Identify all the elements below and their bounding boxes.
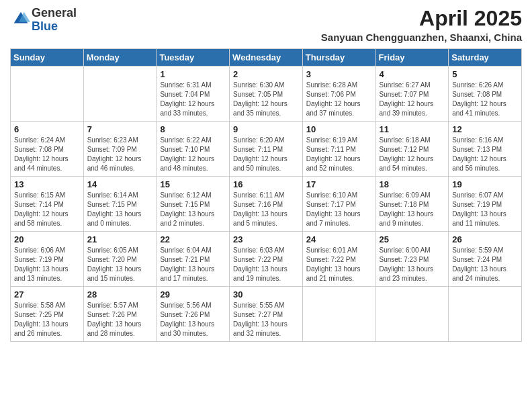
day-info: Sunrise: 6:11 AM Sunset: 7:16 PM Dayligh… xyxy=(233,191,299,228)
logo-blue-text: Blue xyxy=(32,19,58,33)
header: General Blue April 2025 Sanyuan Chenggua… xyxy=(10,7,522,43)
table-row: 15Sunrise: 6:12 AM Sunset: 7:15 PM Dayli… xyxy=(157,177,230,232)
table-row xyxy=(449,287,522,342)
table-row: 10Sunrise: 6:19 AM Sunset: 7:11 PM Dayli… xyxy=(302,122,375,177)
day-number: 24 xyxy=(306,234,372,244)
table-row: 23Sunrise: 6:03 AM Sunset: 7:22 PM Dayli… xyxy=(230,232,303,287)
day-info: Sunrise: 6:14 AM Sunset: 7:15 PM Dayligh… xyxy=(87,191,153,228)
day-info: Sunrise: 6:09 AM Sunset: 7:18 PM Dayligh… xyxy=(380,191,445,228)
table-row: 6Sunrise: 6:24 AM Sunset: 7:08 PM Daylig… xyxy=(11,122,84,177)
table-row: 28Sunrise: 5:57 AM Sunset: 7:26 PM Dayli… xyxy=(83,287,157,342)
day-info: Sunrise: 6:07 AM Sunset: 7:19 PM Dayligh… xyxy=(452,191,518,228)
day-number: 14 xyxy=(87,179,153,189)
table-row: 21Sunrise: 6:05 AM Sunset: 7:20 PM Dayli… xyxy=(83,232,157,287)
table-row: 8Sunrise: 6:22 AM Sunset: 7:10 PM Daylig… xyxy=(157,122,230,177)
day-info: Sunrise: 5:57 AM Sunset: 7:26 PM Dayligh… xyxy=(87,301,153,338)
day-info: Sunrise: 5:56 AM Sunset: 7:26 PM Dayligh… xyxy=(160,301,226,338)
table-row xyxy=(375,287,449,342)
day-info: Sunrise: 6:18 AM Sunset: 7:12 PM Dayligh… xyxy=(380,136,445,173)
day-number: 5 xyxy=(452,69,518,79)
col-thursday: Thursday xyxy=(302,49,375,66)
day-info: Sunrise: 6:16 AM Sunset: 7:13 PM Dayligh… xyxy=(452,136,518,173)
day-info: Sunrise: 6:06 AM Sunset: 7:19 PM Dayligh… xyxy=(14,246,80,283)
day-number: 28 xyxy=(87,289,153,300)
table-row: 18Sunrise: 6:09 AM Sunset: 7:18 PM Dayli… xyxy=(375,177,449,232)
day-number: 21 xyxy=(87,234,153,244)
col-wednesday: Wednesday xyxy=(230,49,303,66)
table-row: 25Sunrise: 6:00 AM Sunset: 7:23 PM Dayli… xyxy=(375,232,449,287)
table-row: 17Sunrise: 6:10 AM Sunset: 7:17 PM Dayli… xyxy=(302,177,375,232)
day-info: Sunrise: 6:00 AM Sunset: 7:23 PM Dayligh… xyxy=(380,246,445,283)
day-number: 10 xyxy=(306,124,372,134)
day-number: 29 xyxy=(160,289,226,300)
day-number: 26 xyxy=(452,234,518,244)
day-number: 18 xyxy=(380,179,445,189)
table-row: 13Sunrise: 6:15 AM Sunset: 7:14 PM Dayli… xyxy=(11,177,84,232)
day-info: Sunrise: 6:30 AM Sunset: 7:05 PM Dayligh… xyxy=(233,81,299,118)
table-row: 30Sunrise: 5:55 AM Sunset: 7:27 PM Dayli… xyxy=(230,287,303,342)
table-row: 27Sunrise: 5:58 AM Sunset: 7:25 PM Dayli… xyxy=(11,287,84,342)
day-number: 17 xyxy=(306,179,372,189)
day-number: 19 xyxy=(452,179,518,189)
calendar-subtitle: Sanyuan Chengguanzhen, Shaanxi, China xyxy=(321,32,522,43)
logo-icon xyxy=(11,9,30,28)
logo-general-text: General xyxy=(32,6,77,19)
day-number: 11 xyxy=(380,124,445,134)
table-row: 26Sunrise: 5:59 AM Sunset: 7:24 PM Dayli… xyxy=(449,232,522,287)
day-number: 30 xyxy=(233,289,299,300)
day-info: Sunrise: 6:26 AM Sunset: 7:08 PM Dayligh… xyxy=(452,81,518,118)
day-number: 2 xyxy=(233,69,299,79)
table-row: 2Sunrise: 6:30 AM Sunset: 7:05 PM Daylig… xyxy=(230,66,303,122)
table-row xyxy=(83,66,157,122)
day-info: Sunrise: 6:28 AM Sunset: 7:06 PM Dayligh… xyxy=(306,81,372,118)
day-info: Sunrise: 5:55 AM Sunset: 7:27 PM Dayligh… xyxy=(233,301,299,338)
day-number: 20 xyxy=(14,234,80,244)
table-row: 9Sunrise: 6:20 AM Sunset: 7:11 PM Daylig… xyxy=(230,122,303,177)
day-number: 7 xyxy=(87,124,153,134)
day-info: Sunrise: 5:58 AM Sunset: 7:25 PM Dayligh… xyxy=(14,301,80,338)
day-number: 27 xyxy=(14,289,80,300)
table-row: 5Sunrise: 6:26 AM Sunset: 7:08 PM Daylig… xyxy=(449,66,522,122)
day-number: 6 xyxy=(14,124,80,134)
calendar-week-row: 27Sunrise: 5:58 AM Sunset: 7:25 PM Dayli… xyxy=(11,287,522,342)
calendar-title: April 2025 xyxy=(321,7,522,30)
table-row: 19Sunrise: 6:07 AM Sunset: 7:19 PM Dayli… xyxy=(449,177,522,232)
day-number: 4 xyxy=(380,69,445,79)
day-info: Sunrise: 6:22 AM Sunset: 7:10 PM Dayligh… xyxy=(160,136,226,173)
day-number: 25 xyxy=(380,234,445,244)
calendar-table: Sunday Monday Tuesday Wednesday Thursday… xyxy=(10,48,522,342)
day-number: 22 xyxy=(160,234,226,244)
table-row xyxy=(302,287,375,342)
day-number: 1 xyxy=(160,69,226,79)
col-tuesday: Tuesday xyxy=(157,49,230,66)
day-number: 8 xyxy=(160,124,226,134)
day-number: 12 xyxy=(452,124,518,134)
col-sunday: Sunday xyxy=(11,49,84,66)
day-info: Sunrise: 6:27 AM Sunset: 7:07 PM Dayligh… xyxy=(380,81,445,118)
day-number: 13 xyxy=(14,179,80,189)
day-info: Sunrise: 6:10 AM Sunset: 7:17 PM Dayligh… xyxy=(306,191,372,228)
col-saturday: Saturday xyxy=(449,49,522,66)
table-row: 29Sunrise: 5:56 AM Sunset: 7:26 PM Dayli… xyxy=(157,287,230,342)
table-row: 3Sunrise: 6:28 AM Sunset: 7:06 PM Daylig… xyxy=(302,66,375,122)
day-number: 15 xyxy=(160,179,226,189)
calendar-week-row: 20Sunrise: 6:06 AM Sunset: 7:19 PM Dayli… xyxy=(11,232,522,287)
table-row: 20Sunrise: 6:06 AM Sunset: 7:19 PM Dayli… xyxy=(11,232,84,287)
col-monday: Monday xyxy=(83,49,157,66)
day-number: 3 xyxy=(306,69,372,79)
table-row: 7Sunrise: 6:23 AM Sunset: 7:09 PM Daylig… xyxy=(83,122,157,177)
logo: General Blue xyxy=(10,7,77,34)
day-info: Sunrise: 6:03 AM Sunset: 7:22 PM Dayligh… xyxy=(233,246,299,283)
calendar-week-row: 6Sunrise: 6:24 AM Sunset: 7:08 PM Daylig… xyxy=(11,122,522,177)
day-info: Sunrise: 6:01 AM Sunset: 7:22 PM Dayligh… xyxy=(306,246,372,283)
day-info: Sunrise: 6:19 AM Sunset: 7:11 PM Dayligh… xyxy=(306,136,372,173)
table-row: 14Sunrise: 6:14 AM Sunset: 7:15 PM Dayli… xyxy=(83,177,157,232)
page: General Blue April 2025 Sanyuan Chenggua… xyxy=(0,0,532,411)
day-info: Sunrise: 5:59 AM Sunset: 7:24 PM Dayligh… xyxy=(452,246,518,283)
day-info: Sunrise: 6:04 AM Sunset: 7:21 PM Dayligh… xyxy=(160,246,226,283)
day-info: Sunrise: 6:20 AM Sunset: 7:11 PM Dayligh… xyxy=(233,136,299,173)
day-number: 16 xyxy=(233,179,299,189)
day-info: Sunrise: 6:24 AM Sunset: 7:08 PM Dayligh… xyxy=(14,136,80,173)
table-row: 12Sunrise: 6:16 AM Sunset: 7:13 PM Dayli… xyxy=(449,122,522,177)
table-row: 22Sunrise: 6:04 AM Sunset: 7:21 PM Dayli… xyxy=(157,232,230,287)
